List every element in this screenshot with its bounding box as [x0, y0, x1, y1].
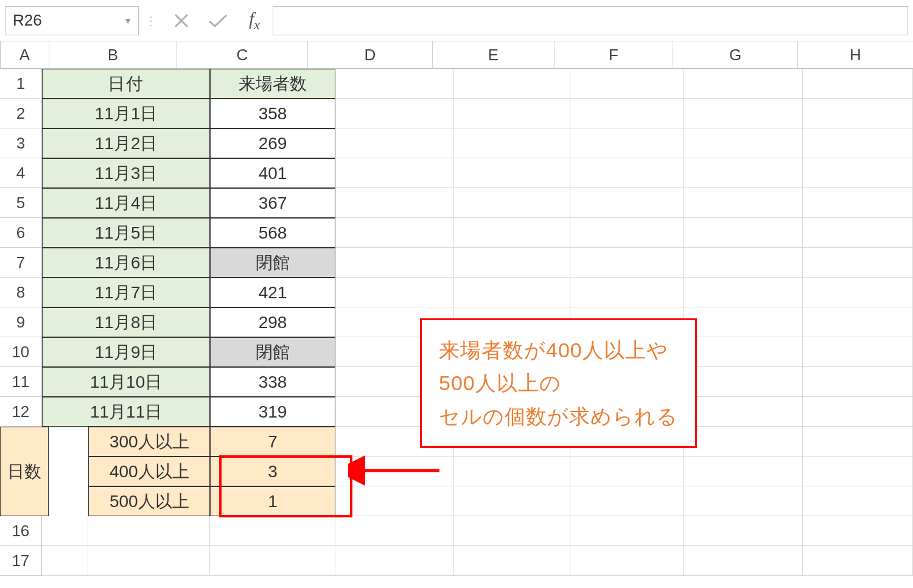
empty-cell[interactable] — [684, 99, 803, 128]
visitors-cell[interactable]: 568 — [210, 218, 335, 248]
empty-cell[interactable] — [88, 516, 210, 546]
row-header-7[interactable]: 7 — [0, 248, 42, 278]
empty-cell[interactable] — [335, 278, 455, 307]
column-header-E[interactable]: E — [433, 41, 554, 69]
empty-cell[interactable] — [570, 188, 684, 218]
summary-count[interactable]: 7 — [210, 427, 335, 457]
empty-cell[interactable] — [335, 486, 455, 516]
visitors-cell[interactable]: 358 — [210, 99, 335, 128]
visitors-cell[interactable]: 367 — [210, 188, 335, 218]
empty-cell[interactable] — [570, 486, 684, 516]
empty-cell[interactable] — [803, 457, 913, 486]
row-header-5[interactable]: 5 — [0, 188, 42, 218]
summary-label[interactable]: 日数 — [0, 427, 49, 516]
date-cell[interactable]: 11月11日 — [42, 397, 211, 427]
empty-cell[interactable] — [42, 516, 88, 546]
empty-cell[interactable] — [803, 307, 913, 337]
empty-cell[interactable] — [570, 516, 684, 546]
summary-count[interactable]: 1 — [210, 486, 335, 516]
date-cell[interactable]: 11月2日 — [42, 128, 211, 158]
empty-cell[interactable] — [335, 218, 455, 248]
empty-cell[interactable] — [803, 546, 913, 576]
name-box[interactable]: R26 ▼ — [5, 6, 139, 35]
row-header-12[interactable]: 12 — [0, 397, 42, 427]
empty-cell[interactable] — [570, 457, 684, 486]
empty-cell[interactable] — [803, 367, 913, 397]
date-cell[interactable]: 11月10日 — [42, 367, 211, 397]
header-date[interactable]: 日付 — [42, 69, 211, 99]
empty-cell[interactable] — [335, 69, 455, 99]
row-header-6[interactable]: 6 — [0, 218, 42, 248]
date-cell[interactable]: 11月9日 — [42, 337, 211, 367]
row-header-11[interactable]: 11 — [0, 367, 42, 397]
empty-cell[interactable] — [335, 516, 455, 546]
empty-cell[interactable] — [454, 218, 570, 248]
empty-cell[interactable] — [803, 486, 913, 516]
name-box-dropdown-icon[interactable]: ▼ — [124, 16, 132, 26]
column-header-B[interactable]: B — [49, 41, 177, 69]
visitors-cell[interactable]: 338 — [210, 367, 335, 397]
date-cell[interactable]: 11月3日 — [42, 158, 211, 188]
row-header-1[interactable]: 1 — [0, 69, 42, 99]
column-header-H[interactable]: H — [798, 41, 913, 69]
visitors-cell[interactable]: 閉館 — [210, 248, 335, 278]
date-cell[interactable]: 11月8日 — [42, 307, 211, 337]
empty-cell[interactable] — [570, 218, 684, 248]
empty-cell[interactable] — [570, 69, 684, 99]
empty-cell[interactable] — [454, 278, 570, 307]
empty-cell[interactable] — [684, 516, 803, 546]
empty-cell[interactable] — [684, 218, 803, 248]
row-header-16[interactable]: 16 — [0, 516, 42, 546]
visitors-cell[interactable]: 401 — [210, 158, 335, 188]
empty-cell[interactable] — [684, 427, 803, 457]
empty-cell[interactable] — [88, 546, 210, 576]
summary-condition[interactable]: 500人以上 — [88, 486, 210, 516]
empty-cell[interactable] — [570, 158, 684, 188]
header-visitors[interactable]: 来場者数 — [210, 69, 335, 99]
empty-cell[interactable] — [454, 69, 570, 99]
empty-cell[interactable] — [335, 248, 455, 278]
empty-cell[interactable] — [684, 307, 803, 337]
empty-cell[interactable] — [803, 188, 913, 218]
empty-cell[interactable] — [454, 128, 570, 158]
row-header-10[interactable]: 10 — [0, 337, 42, 367]
empty-cell[interactable] — [210, 546, 335, 576]
insert-function-button[interactable]: fx — [236, 6, 273, 35]
empty-cell[interactable] — [454, 99, 570, 128]
column-header-G[interactable]: G — [673, 41, 798, 69]
empty-cell[interactable] — [684, 546, 803, 576]
empty-cell[interactable] — [454, 248, 570, 278]
empty-cell[interactable] — [684, 457, 803, 486]
empty-cell[interactable] — [684, 128, 803, 158]
empty-cell[interactable] — [803, 218, 913, 248]
empty-cell[interactable] — [570, 248, 684, 278]
date-cell[interactable]: 11月6日 — [42, 248, 211, 278]
empty-cell[interactable] — [454, 486, 570, 516]
visitors-cell[interactable]: 421 — [210, 278, 335, 307]
empty-cell[interactable] — [684, 278, 803, 307]
date-cell[interactable]: 11月5日 — [42, 218, 211, 248]
row-header-3[interactable]: 3 — [0, 128, 42, 158]
empty-cell[interactable] — [684, 337, 803, 367]
date-cell[interactable]: 11月4日 — [42, 188, 211, 218]
empty-cell[interactable] — [335, 457, 455, 486]
empty-cell[interactable] — [335, 128, 455, 158]
empty-cell[interactable] — [803, 427, 913, 457]
formula-input[interactable] — [273, 6, 908, 35]
visitors-cell[interactable]: 閉館 — [210, 337, 335, 367]
empty-cell[interactable] — [454, 188, 570, 218]
empty-cell[interactable] — [454, 457, 570, 486]
empty-cell[interactable] — [335, 99, 455, 128]
empty-cell[interactable] — [803, 278, 913, 307]
visitors-cell[interactable]: 269 — [210, 128, 335, 158]
empty-cell[interactable] — [803, 516, 913, 546]
summary-condition[interactable]: 400人以上 — [88, 457, 210, 486]
empty-cell[interactable] — [803, 397, 913, 427]
empty-cell[interactable] — [803, 99, 913, 128]
empty-cell[interactable] — [684, 397, 803, 427]
empty-cell[interactable] — [335, 158, 455, 188]
column-header-D[interactable]: D — [308, 41, 433, 69]
empty-cell[interactable] — [210, 516, 335, 546]
empty-cell[interactable] — [684, 188, 803, 218]
empty-cell[interactable] — [684, 486, 803, 516]
